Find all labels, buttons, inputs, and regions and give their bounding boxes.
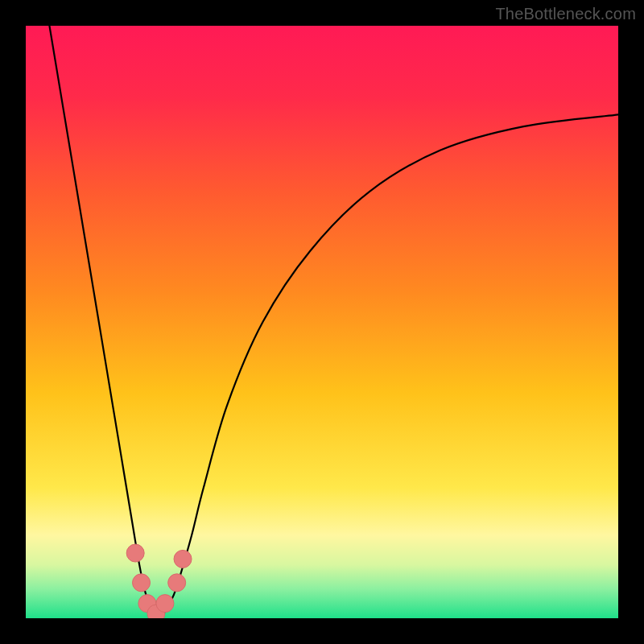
curve-marker [168,574,186,592]
curve-marker [156,595,174,613]
bottleneck-chart [26,26,618,618]
outer-frame: TheBottleneck.com [0,0,644,644]
plot-area [26,26,618,618]
gradient-background [26,26,618,618]
curve-marker [126,544,144,562]
curve-marker [133,574,151,592]
attribution-text: TheBottleneck.com [495,5,636,23]
curve-marker [174,550,192,568]
